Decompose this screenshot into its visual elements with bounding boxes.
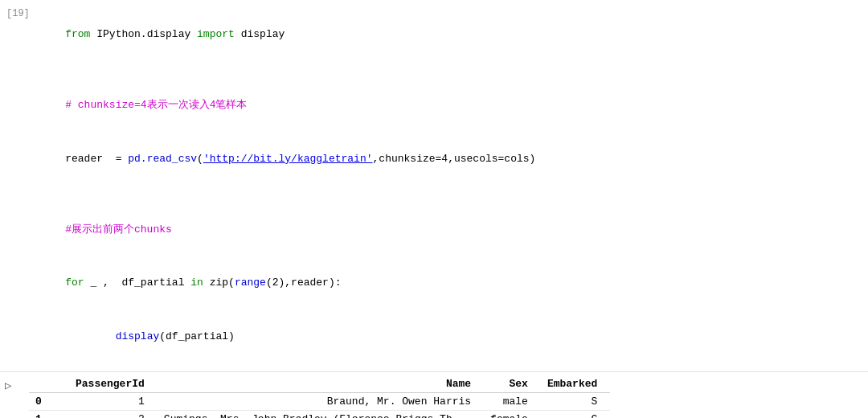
row-index: 1 <box>29 410 69 418</box>
row-index: 0 <box>29 392 69 410</box>
module-name: IPython.display <box>90 28 197 40</box>
func-range: range <box>235 277 266 289</box>
func-rest: ,chunksize=4,usecols=cols) <box>373 153 536 165</box>
table1-header-row: PassengerId Name Sex Embarked <box>29 375 610 393</box>
code-line-1: from IPython.display import display <box>40 8 868 61</box>
code-line-comment2: #展示出前两个chunks <box>40 203 868 256</box>
table-row: 1 2 Cumings, Mrs. John Bradley (Florence… <box>29 410 610 418</box>
keyword-from: from <box>65 28 90 40</box>
func-display: display <box>65 330 159 342</box>
cell-sex: female <box>484 410 541 418</box>
cell-passengerid: 2 <box>69 410 158 418</box>
table1-col-sex: Sex <box>484 375 541 393</box>
dataframe-table-1: PassengerId Name Sex Embarked 0 1 Braund… <box>29 375 610 418</box>
code-line-blank2 <box>40 186 868 203</box>
open-paren: ( <box>197 153 203 165</box>
table1-body: 0 1 Braund, Mr. Owen Harris male S 1 2 C… <box>29 392 610 418</box>
cell-name: Cumings, Mrs. John Bradley (Florence Bri… <box>158 410 484 418</box>
code-cell: [19] from IPython.display import display… <box>0 0 868 372</box>
output-arrow-icon: ▷ <box>5 379 11 392</box>
zip-call: zip( <box>203 277 235 289</box>
output-section: ▷ PassengerId Name Sex Embarked 0 1 Brau… <box>0 372 868 418</box>
code-line-5: for _ , df_partial in zip(range(2),reade… <box>40 256 868 309</box>
keyword-import: import <box>197 28 235 40</box>
range-args: (2),reader): <box>266 277 342 289</box>
tables-container: PassengerId Name Sex Embarked 0 1 Braund… <box>29 372 868 418</box>
table1-col-name: Name <box>158 375 484 393</box>
table1-col-passengerid: PassengerId <box>69 375 158 393</box>
comment-chunks: #展示出前两个chunks <box>65 223 172 236</box>
code-line-3: reader = pd.read_csv('http://bit.ly/kagg… <box>40 133 868 186</box>
url-string[interactable]: 'http://bit.ly/kaggletrain' <box>203 153 373 165</box>
table-row: 0 1 Braund, Mr. Owen Harris male S <box>29 392 610 410</box>
table1-col-embarked: Embarked <box>541 375 610 393</box>
code-line-6: display(df_partial) <box>40 310 868 363</box>
keyword-for: for <box>65 277 84 289</box>
code-line-comment1: # chunksize=4表示一次读入4笔样本 <box>40 79 868 132</box>
cell-passengerid: 1 <box>69 392 158 410</box>
display-arg: (df_partial) <box>159 330 235 342</box>
code-line-blank <box>40 61 868 79</box>
cell-sex: male <box>484 392 541 410</box>
func-read-csv: pd.read_csv <box>128 153 197 165</box>
table1-col-index <box>29 375 69 393</box>
keyword-in: in <box>190 277 203 289</box>
for-vars: _ , df_partial <box>84 277 191 289</box>
cell-embarked: S <box>541 392 610 410</box>
cell-name: Braund, Mr. Owen Harris <box>158 392 484 410</box>
cell-embarked: C <box>541 410 610 418</box>
cell-number: [19] <box>6 8 30 19</box>
comment-chunksize: # chunksize=4表示一次读入4笔样本 <box>65 99 247 111</box>
var-reader: reader <box>65 153 103 165</box>
output-gutter: ▷ <box>0 372 29 418</box>
eq-sign: = <box>103 153 128 165</box>
import-name: display <box>235 28 285 40</box>
